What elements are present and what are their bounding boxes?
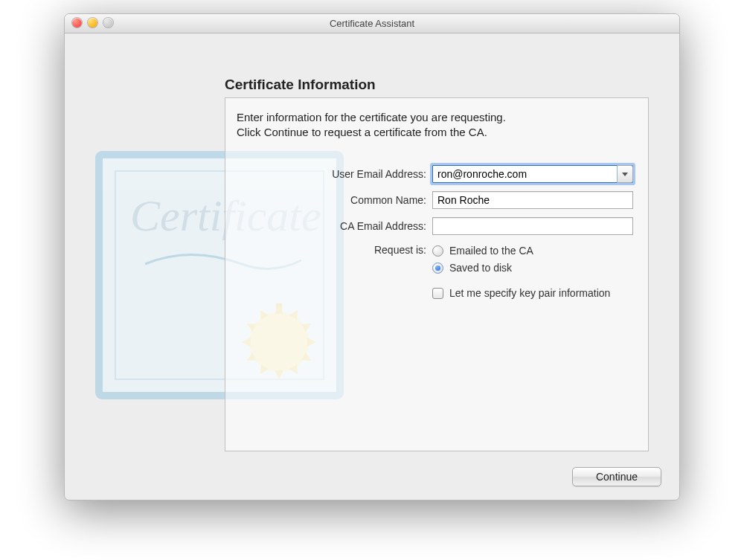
instructions-line: Enter information for the certificate yo… — [237, 110, 506, 125]
chevron-down-icon — [622, 173, 628, 176]
user-email-label: User Email Address: — [225, 168, 432, 180]
radio-icon — [432, 245, 443, 257]
common-name-label: Common Name: — [225, 194, 432, 206]
traffic-lights — [72, 18, 113, 28]
request-emailed-radio[interactable]: Emailed to the CA — [432, 245, 633, 257]
radio-icon — [432, 263, 443, 274]
continue-button[interactable]: Continue — [572, 467, 661, 486]
radio-label: Emailed to the CA — [449, 245, 533, 257]
window: Certificate Assistant Certificate — [64, 13, 680, 501]
request-saved-radio[interactable]: Saved to disk — [432, 262, 633, 274]
ca-email-field[interactable] — [432, 217, 633, 235]
radio-label: Saved to disk — [449, 262, 512, 274]
minimize-icon[interactable] — [88, 18, 97, 28]
request-is-label: Request is: — [225, 243, 432, 256]
zoom-icon[interactable] — [103, 18, 113, 28]
instructions: Enter information for the certificate yo… — [237, 110, 506, 141]
specify-keypair-checkbox[interactable]: Let me specify key pair information — [432, 287, 648, 299]
form-panel: Enter information for the certificate yo… — [225, 97, 649, 451]
user-email-dropdown-button[interactable] — [617, 165, 633, 183]
close-icon[interactable] — [72, 18, 82, 28]
window-title: Certificate Assistant — [330, 18, 414, 29]
instructions-line: Click Continue to request a certificate … — [237, 125, 506, 140]
user-email-field[interactable] — [432, 165, 633, 183]
page-heading: Certificate Information — [225, 77, 376, 93]
checkbox-label: Let me specify key pair information — [449, 287, 610, 299]
user-email-combo[interactable] — [432, 165, 633, 183]
common-name-field[interactable] — [432, 191, 633, 209]
ca-email-label: CA Email Address: — [225, 220, 432, 232]
titlebar: Certificate Assistant — [65, 14, 679, 33]
checkbox-icon — [432, 288, 443, 299]
